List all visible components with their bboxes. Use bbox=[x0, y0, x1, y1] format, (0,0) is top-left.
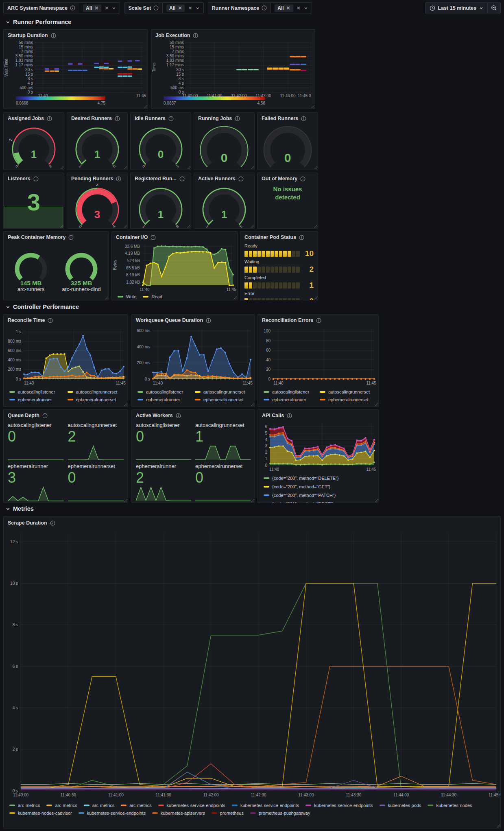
info-icon[interactable] bbox=[179, 176, 185, 182]
legend-item[interactable]: arc-metrics bbox=[46, 803, 77, 808]
info-icon[interactable] bbox=[50, 520, 55, 526]
info-icon[interactable] bbox=[51, 33, 56, 38]
legend-item[interactable]: ephemeralrunnerset bbox=[320, 397, 374, 402]
clear-icon[interactable]: ✕ bbox=[105, 6, 109, 11]
info-icon[interactable] bbox=[206, 318, 211, 323]
info-icon[interactable] bbox=[151, 235, 156, 240]
legend-item[interactable]: ephemeralrunner bbox=[137, 397, 193, 402]
chart-container-io[interactable]: 33.6 MB4.19 MB524 kB65.5 kB8.19 kB1.02 k… bbox=[112, 242, 237, 293]
time-range-picker[interactable]: Last 15 minutes bbox=[425, 2, 488, 13]
chart-reconcile-time[interactable]: 0 s200 ms400 ms600 ms800 ms1 s11:4011:45 bbox=[4, 325, 128, 388]
legend-item[interactable]: {code="200", method="GET"} bbox=[264, 484, 374, 489]
panel-title[interactable]: Reconcile Time bbox=[8, 317, 45, 323]
panel-title[interactable]: Startup Duration bbox=[8, 33, 48, 38]
legend-item[interactable]: prometheus-pushgateway bbox=[250, 811, 310, 816]
panel-title[interactable]: Desired Runners bbox=[71, 116, 112, 121]
legend-item[interactable]: arc-metrics bbox=[121, 803, 151, 808]
info-icon[interactable] bbox=[301, 116, 306, 121]
info-icon[interactable] bbox=[316, 318, 321, 323]
legend-item[interactable]: prometheus bbox=[212, 811, 244, 816]
legend-item[interactable]: kubernetes-pods bbox=[380, 803, 421, 808]
section-runner-performance[interactable]: Runner Performance bbox=[6, 19, 71, 25]
legend-item[interactable]: autoscalingrunnerset bbox=[68, 389, 124, 394]
info-icon[interactable] bbox=[115, 116, 120, 121]
info-icon[interactable] bbox=[238, 176, 244, 182]
panel-title[interactable]: Failed Runners bbox=[262, 116, 298, 121]
heatmap-startup-duration[interactable]: 50 mins15 mins7 mins3.50 mins1.83 mins1.… bbox=[4, 40, 148, 101]
filter-value[interactable]: All✕ ✕ bbox=[271, 2, 312, 13]
legend-item[interactable]: kubernetes-apiservers bbox=[152, 811, 205, 816]
chart-reconciliation-errors[interactable]: 02040608010011:4011:45 bbox=[258, 325, 378, 388]
chevron-down-icon[interactable] bbox=[112, 6, 116, 10]
legend-item[interactable]: kubernetes-nodes-cadvisor bbox=[9, 811, 72, 816]
info-icon[interactable] bbox=[47, 116, 52, 121]
clear-icon[interactable]: ✕ bbox=[297, 6, 301, 11]
chip-remove-icon[interactable]: ✕ bbox=[178, 6, 182, 11]
info-icon[interactable] bbox=[153, 5, 159, 11]
panel-title[interactable]: Scrape Duration bbox=[8, 520, 47, 526]
info-icon[interactable] bbox=[287, 413, 292, 418]
info-icon[interactable] bbox=[42, 413, 48, 418]
clear-icon[interactable]: ✕ bbox=[188, 6, 192, 11]
info-icon[interactable] bbox=[262, 5, 267, 11]
panel-title[interactable]: Queue Depth bbox=[8, 413, 39, 418]
legend-item[interactable]: autoscalinglistener bbox=[137, 389, 193, 394]
chip-remove-icon[interactable]: ✕ bbox=[94, 6, 98, 11]
panel-title[interactable]: Active Workers bbox=[136, 413, 173, 418]
legend-item[interactable]: kubernetes-service-endpoints bbox=[305, 803, 373, 808]
filter-chip[interactable]: All✕ bbox=[275, 4, 293, 12]
panel-title[interactable]: Assigned Jobs bbox=[8, 116, 44, 121]
info-icon[interactable] bbox=[116, 176, 121, 182]
legend-item[interactable]: autoscalinglistener bbox=[264, 389, 318, 394]
legend-item[interactable]: {code="200", method="PATCH"} bbox=[264, 493, 374, 498]
legend-item[interactable]: {code="201", method="POST"} bbox=[264, 501, 374, 503]
legend-item[interactable]: arc-metrics bbox=[9, 803, 40, 808]
chart-scrape-duration[interactable]: 0 s2 s4 s6 s8 s10 s12 s11:40:0011:40:301… bbox=[4, 529, 500, 802]
panel-title[interactable]: Job Execution bbox=[155, 33, 190, 38]
panel-title[interactable]: Workqueue Queue Duration bbox=[136, 317, 203, 323]
chevron-down-icon[interactable] bbox=[304, 6, 308, 10]
info-icon[interactable] bbox=[48, 318, 53, 323]
panel-title[interactable]: Peak Container Memory bbox=[8, 234, 65, 240]
legend-item[interactable]: kubernetes-nodes bbox=[428, 803, 472, 808]
panel-title[interactable]: Reconciliation Errors bbox=[262, 317, 313, 323]
panel-title[interactable]: Active Runners bbox=[198, 176, 236, 182]
panel-title[interactable]: Running Jobs bbox=[198, 116, 232, 121]
panel-title[interactable]: Registered Run... bbox=[135, 176, 177, 182]
zoom-out-button[interactable] bbox=[488, 2, 501, 13]
panel-title[interactable]: Pending Runners bbox=[71, 176, 113, 182]
legend-item[interactable]: Read bbox=[143, 294, 162, 299]
info-icon[interactable] bbox=[33, 176, 39, 182]
legend-item[interactable]: ephemeralrunner bbox=[9, 397, 66, 402]
info-icon[interactable] bbox=[68, 235, 74, 240]
legend-item[interactable]: ephemeralrunner bbox=[264, 397, 318, 402]
legend-item[interactable]: kubernetes-service-endpoints bbox=[232, 803, 299, 808]
legend-item[interactable]: arc-metrics bbox=[84, 803, 114, 808]
panel-title[interactable]: Idle Runners bbox=[135, 116, 166, 121]
filter-value[interactable]: All✕ ✕ bbox=[79, 2, 120, 13]
legend-item[interactable]: kubernetes-service-endpoints bbox=[79, 811, 146, 816]
legend-item[interactable]: autoscalingrunnerset bbox=[320, 389, 374, 394]
legend-item[interactable]: {code="200", method="DELETE"} bbox=[264, 476, 374, 481]
panel-title[interactable]: Container I/O bbox=[116, 234, 148, 240]
info-icon[interactable] bbox=[193, 33, 198, 38]
legend-item[interactable]: Write bbox=[118, 294, 136, 299]
filter-value[interactable]: All✕ ✕ bbox=[163, 2, 203, 13]
section-controller-performance[interactable]: Controller Performance bbox=[6, 304, 79, 310]
panel-title[interactable]: Container Pod Status bbox=[244, 234, 296, 240]
legend-item[interactable]: autoscalingrunnerset bbox=[195, 389, 251, 394]
filter-chip[interactable]: All✕ bbox=[166, 4, 185, 12]
info-icon[interactable] bbox=[235, 116, 240, 121]
legend-item[interactable]: kubernetes-service-endpoints bbox=[158, 803, 225, 808]
panel-title[interactable]: Out of Memory bbox=[262, 176, 297, 182]
info-icon[interactable] bbox=[300, 176, 305, 182]
filter-chip[interactable]: All✕ bbox=[83, 4, 101, 12]
legend-item[interactable]: ephemeralrunnerset bbox=[68, 397, 124, 402]
heatmap-job-execution[interactable]: 50 mins15 mins7 mins3.50 mins1.83 mins1.… bbox=[151, 40, 315, 101]
panel-title[interactable]: Listeners bbox=[8, 176, 31, 182]
info-icon[interactable] bbox=[299, 235, 304, 240]
section-metrics[interactable]: Metrics bbox=[6, 505, 34, 512]
panel-title[interactable]: API Calls bbox=[262, 413, 284, 418]
info-icon[interactable] bbox=[70, 5, 75, 11]
chart-api-calls[interactable]: 012345611:4011:45 bbox=[258, 420, 378, 473]
